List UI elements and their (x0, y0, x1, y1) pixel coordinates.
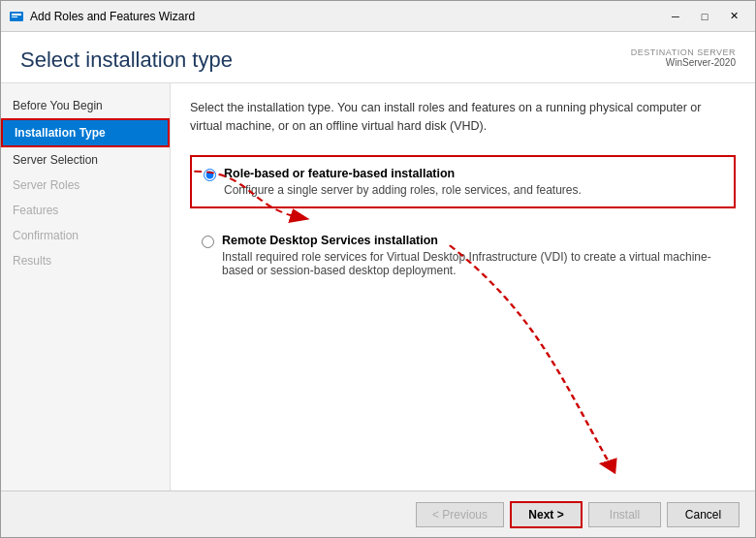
next-button[interactable]: Next > (510, 501, 583, 528)
description-text: Select the installation type. You can in… (190, 99, 736, 136)
destination-label: DESTINATION SERVER (631, 47, 736, 57)
sidebar-item-6: Results (1, 248, 170, 273)
content-area: Select installation type DESTINATION SER… (1, 32, 755, 537)
previous-button[interactable]: < Previous (416, 502, 504, 527)
sidebar-item-0[interactable]: Before You Begin (1, 93, 170, 118)
remote-desktop-text: Remote Desktop Services installation Ins… (222, 234, 724, 277)
cancel-button[interactable]: Cancel (667, 502, 740, 527)
remote-desktop-option[interactable]: Remote Desktop Services installation Ins… (190, 224, 736, 287)
install-button[interactable]: Install (588, 502, 661, 527)
window-controls: ─ □ ✕ (662, 7, 747, 26)
sidebar-item-3: Server Roles (1, 173, 170, 198)
sidebar-item-1[interactable]: Installation Type (1, 118, 170, 147)
svg-rect-1 (12, 14, 21, 16)
sidebar-item-2[interactable]: Server Selection (1, 147, 170, 173)
remote-desktop-radio[interactable] (202, 236, 214, 248)
title-bar: Add Roles and Features Wizard ─ □ ✕ (1, 1, 755, 32)
page-header: Select installation type DESTINATION SER… (1, 32, 755, 83)
main-content: Before You BeginInstallation TypeServer … (1, 83, 755, 491)
destination-server-info: DESTINATION SERVER WinServer-2020 (631, 47, 736, 68)
minimize-button[interactable]: ─ (662, 7, 689, 26)
role-based-radio[interactable] (204, 169, 216, 181)
sidebar-item-5: Confirmation (1, 223, 170, 248)
close-button[interactable]: ✕ (720, 7, 747, 26)
server-name: WinServer-2020 (631, 57, 736, 68)
role-based-title: Role-based or feature-based installation (224, 167, 582, 180)
sidebar-item-4: Features (1, 198, 170, 223)
window-title: Add Roles and Features Wizard (30, 10, 662, 23)
maximize-button[interactable]: □ (691, 7, 718, 26)
svg-rect-2 (12, 16, 17, 17)
remote-desktop-desc: Install required role services for Virtu… (222, 250, 724, 277)
role-based-option[interactable]: Role-based or feature-based installation… (190, 155, 736, 208)
sidebar: Before You BeginInstallation TypeServer … (1, 83, 171, 491)
content-panel: Select the installation type. You can in… (171, 83, 755, 491)
role-based-desc: Configure a single server by adding role… (224, 183, 582, 197)
app-icon (9, 9, 24, 24)
wizard-window: Add Roles and Features Wizard ─ □ ✕ Sele… (0, 0, 756, 538)
main-wrapper: Before You BeginInstallation TypeServer … (1, 83, 755, 491)
wizard-footer: < Previous Next > Install Cancel (1, 491, 755, 537)
page-title: Select installation type (20, 47, 233, 73)
remote-desktop-title: Remote Desktop Services installation (222, 234, 724, 247)
role-based-text: Role-based or feature-based installation… (224, 167, 582, 197)
